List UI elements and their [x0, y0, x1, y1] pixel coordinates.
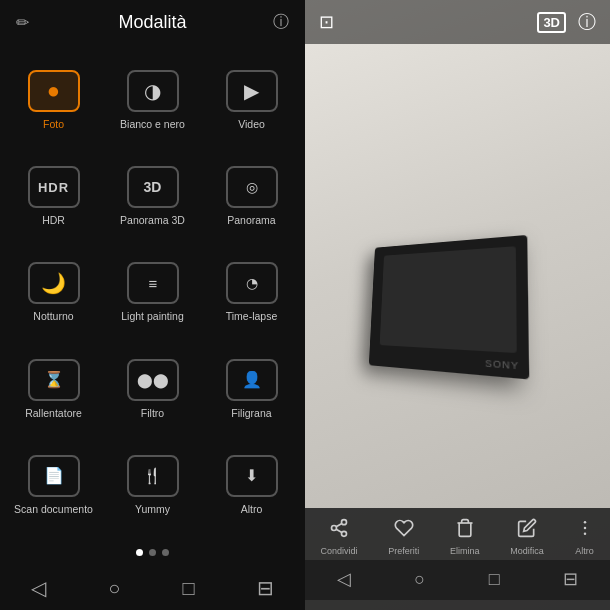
- mode-scan-documento[interactable]: 📄 Scan documento: [4, 437, 103, 533]
- 3d-button[interactable]: 3D: [537, 12, 566, 33]
- menu-button[interactable]: ⊟: [257, 576, 274, 600]
- svg-point-1: [331, 526, 336, 531]
- altro-icon: ⬇: [245, 466, 258, 485]
- gallery-icon[interactable]: ⊡: [319, 11, 334, 33]
- altro-label: Altro: [241, 503, 263, 515]
- altro-icon-box: ⬇: [226, 455, 278, 497]
- rallentatore-icon-box: ⌛: [28, 359, 80, 401]
- panorama-icon: ◎: [246, 179, 258, 195]
- scan-documento-icon: 📄: [44, 466, 64, 485]
- bianco-nero-icon-box: ◑: [127, 70, 179, 112]
- mode-filigrana[interactable]: 👤 Filigrana: [202, 341, 301, 437]
- dot-1: [136, 549, 143, 556]
- filtro-icon: ⬤⬤: [137, 372, 169, 388]
- favorite-button[interactable]: Preferiti: [388, 518, 419, 556]
- svg-line-4: [336, 523, 342, 526]
- rallentatore-label: Rallentatore: [25, 407, 82, 419]
- mode-panorama-3d[interactable]: 3D Panorama 3D: [103, 148, 202, 244]
- action-bar: Condividi Preferiti Elimina: [305, 514, 610, 560]
- mode-video[interactable]: ▶ Video: [202, 52, 301, 148]
- time-lapse-icon-box: ◔: [226, 262, 278, 304]
- left-panel: ✏ Modalità ⓘ ● Foto ◑ Bianco e nero ▶ Vi…: [0, 0, 305, 610]
- left-header: ✏ Modalità ⓘ: [0, 0, 305, 44]
- scan-documento-label: Scan documento: [14, 503, 93, 515]
- edit-icon[interactable]: ✏: [16, 13, 29, 32]
- mode-filtro[interactable]: ⬤⬤ Filtro: [103, 341, 202, 437]
- svg-point-6: [583, 527, 586, 530]
- delete-button[interactable]: Elimina: [450, 518, 480, 556]
- mode-panorama[interactable]: ◎ Panorama: [202, 148, 301, 244]
- dot-3: [162, 549, 169, 556]
- svg-point-7: [583, 533, 586, 536]
- scan-documento-icon-box: 📄: [28, 455, 80, 497]
- filigrana-icon-box: 👤: [226, 359, 278, 401]
- mode-bianco-nero[interactable]: ◑ Bianco e nero: [103, 52, 202, 148]
- right-panel: ⊡ 3D ⓘ SONY Condividi: [305, 0, 610, 610]
- panorama-3d-icon: 3D: [144, 179, 162, 195]
- back-button-right[interactable]: ◁: [337, 568, 351, 590]
- mode-altro[interactable]: ⬇ Altro: [202, 437, 301, 533]
- trash-icon: [455, 518, 475, 543]
- panorama-label: Panorama: [227, 214, 275, 226]
- foto-label: Foto: [43, 118, 64, 130]
- modes-grid: ● Foto ◑ Bianco e nero ▶ Video HDR HDR: [0, 44, 305, 541]
- home-button-right[interactable]: ○: [414, 569, 425, 590]
- more-icon: [575, 518, 595, 543]
- mode-light-painting[interactable]: ≡ Light painting: [103, 244, 202, 340]
- sony-label: SONY: [485, 358, 519, 372]
- edit-label: Modifica: [510, 546, 544, 556]
- svg-point-2: [341, 531, 346, 536]
- dot-2: [149, 549, 156, 556]
- moon-icon: 🌙: [41, 271, 66, 295]
- mode-notturno[interactable]: 🌙 Notturno: [4, 244, 103, 340]
- filtro-label: Filtro: [141, 407, 164, 419]
- home-button[interactable]: ○: [108, 577, 120, 600]
- recents-button[interactable]: □: [183, 577, 195, 600]
- yummy-icon-box: 🍴: [127, 455, 179, 497]
- panorama-3d-icon-box: 3D: [127, 166, 179, 208]
- mode-hdr[interactable]: HDR HDR: [4, 148, 103, 244]
- svg-point-5: [583, 521, 586, 524]
- share-label: Condividi: [320, 546, 357, 556]
- hdr-icon-box: HDR: [28, 166, 80, 208]
- menu-button-right[interactable]: ⊟: [563, 568, 578, 590]
- time-lapse-label: Time-lapse: [226, 310, 278, 322]
- foto-icon-box: ●: [28, 70, 80, 112]
- notturno-label: Notturno: [33, 310, 73, 322]
- panorama-icon-box: ◎: [226, 166, 278, 208]
- light-painting-icon: ≡: [149, 275, 157, 292]
- photo-frame: SONY: [369, 235, 529, 380]
- page-title: Modalità: [118, 12, 186, 33]
- svg-line-3: [336, 529, 342, 532]
- foto-icon: ●: [47, 78, 60, 104]
- video-label: Video: [238, 118, 265, 130]
- mode-rallentatore[interactable]: ⌛ Rallentatore: [4, 341, 103, 437]
- mode-yummy[interactable]: 🍴 Yummy: [103, 437, 202, 533]
- hdr-label: HDR: [42, 214, 65, 226]
- svg-point-0: [341, 520, 346, 525]
- page-dots: [0, 541, 305, 568]
- recents-button-right[interactable]: □: [489, 569, 500, 590]
- bianco-nero-icon: ◑: [144, 79, 161, 103]
- more-label: Altro: [575, 546, 594, 556]
- edit-icon-action: [517, 518, 537, 543]
- video-icon: ▶: [244, 79, 259, 103]
- more-button[interactable]: Altro: [575, 518, 595, 556]
- share-button[interactable]: Condividi: [320, 518, 357, 556]
- mode-foto[interactable]: ● Foto: [4, 52, 103, 148]
- heart-icon: [394, 518, 414, 543]
- right-bottom-bar: Condividi Preferiti Elimina: [305, 508, 610, 610]
- back-button[interactable]: ◁: [31, 576, 46, 600]
- edit-button[interactable]: Modifica: [510, 518, 544, 556]
- yummy-label: Yummy: [135, 503, 170, 515]
- mode-time-lapse[interactable]: ◔ Time-lapse: [202, 244, 301, 340]
- left-nav-bar: ◁ ○ □ ⊟: [0, 568, 305, 610]
- info-icon-right[interactable]: ⓘ: [578, 10, 596, 34]
- favorite-label: Preferiti: [388, 546, 419, 556]
- info-icon[interactable]: ⓘ: [273, 12, 289, 33]
- filtro-icon-box: ⬤⬤: [127, 359, 179, 401]
- rallentatore-icon: ⌛: [44, 370, 64, 389]
- filigrana-label: Filigrana: [231, 407, 271, 419]
- share-icon: [329, 518, 349, 543]
- time-lapse-icon: ◔: [246, 275, 258, 291]
